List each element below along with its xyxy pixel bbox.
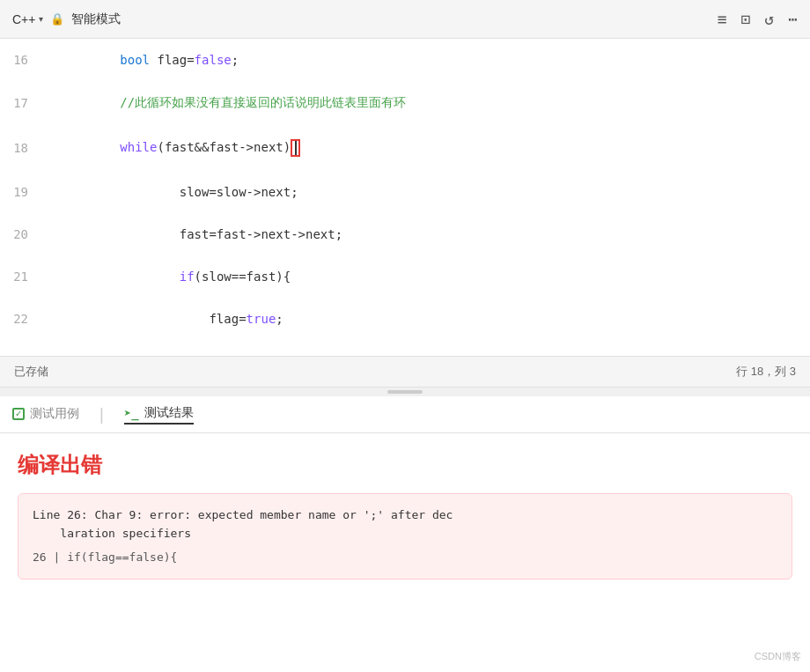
code-line: break; [42,340,810,356]
code-line: if(slow==fast){ [42,255,810,298]
status-bar: 已存储 行 18，列 3 [0,356,810,388]
code-line: //此循环如果没有直接返回的话说明此链表里面有环 [42,81,810,125]
error-section: 编译出错 Line 26: Char 9: error: expected me… [0,433,810,580]
line-number: 20 [0,213,42,255]
watermark: CSDN博客 [755,650,801,663]
table-row: 22 flag=true; [0,298,810,340]
table-row: 18 while(fast&&fast->next) [0,125,810,171]
panel-divider[interactable] [0,388,810,396]
error-code-line: 26 | if(flag==false){ [33,549,777,567]
bookmark-icon[interactable]: ⊡ [740,10,750,28]
table-row: 19 slow=slow->next; [0,171,810,213]
error-box: Line 26: Char 9: error: expected member … [18,493,792,580]
code-table: 16 bool flag=false; 17 //此循环如果没有直接返回的话说明… [0,39,810,356]
table-row: 20 fast=fast->next->next; [0,213,810,255]
error-title: 编译出错 [18,451,792,479]
language-selector[interactable]: C++ ▾ [12,12,43,26]
tab-separator: | [97,405,107,424]
code-line: bool flag=false; [42,39,810,81]
tab-test-result[interactable]: ➤_ 测试结果 [124,405,194,425]
code-line: slow=slow->next; [42,171,810,213]
line-number: 19 [0,171,42,213]
line-number: 21 [0,255,42,298]
chevron-down-icon: ▾ [39,14,43,24]
language-label: C++ [12,12,35,26]
menu-icon[interactable]: ≡ [718,10,727,28]
code-line: while(fast&&fast->next) [42,125,810,171]
table-row: 16 bool flag=false; [0,39,810,81]
toolbar-left: C++ ▾ 🔒 智能模式 [12,11,121,27]
tabs-bar: ✓ 测试用例 | ➤_ 测试结果 [0,396,810,433]
line-number: 23 [0,340,42,356]
undo-icon[interactable]: ↺ [764,10,774,28]
mode-label: 智能模式 [71,11,121,27]
table-row: 21 if(slow==fast){ [0,255,810,298]
line-number: 18 [0,125,42,171]
table-row: 23 break; [0,340,810,356]
code-editor[interactable]: 16 bool flag=false; 17 //此循环如果没有直接返回的话说明… [0,39,810,356]
table-row: 17 //此循环如果没有直接返回的话说明此链表里面有环 [0,81,810,125]
error-message: Line 26: Char 9: error: expected member … [33,506,777,543]
code-line: fast=fast->next->next; [42,213,810,255]
line-number: 22 [0,298,42,340]
divider-handle [387,390,423,394]
terminal-icon: ➤_ [124,406,139,420]
line-number: 16 [0,39,42,81]
lock-icon: 🔒 [50,12,64,26]
tab-test-case-label: 测试用例 [30,406,79,422]
more-icon[interactable]: ⋯ [788,10,798,28]
tab-test-result-label: 测试结果 [144,405,194,421]
line-number: 17 [0,81,42,125]
test-case-checkbox-icon: ✓ [12,408,25,420]
toolbar-right: ≡ ⊡ ↺ ⋯ [718,10,798,28]
tab-test-case[interactable]: ✓ 测试用例 [12,406,79,424]
cursor-position: 行 18，列 3 [736,364,796,380]
code-line: flag=true; [42,298,810,340]
save-status: 已存储 [14,364,48,380]
toolbar: C++ ▾ 🔒 智能模式 ≡ ⊡ ↺ ⋯ [0,0,810,39]
bottom-panel: ✓ 测试用例 | ➤_ 测试结果 编译出错 Line 26: Char 9: e… [0,396,810,672]
